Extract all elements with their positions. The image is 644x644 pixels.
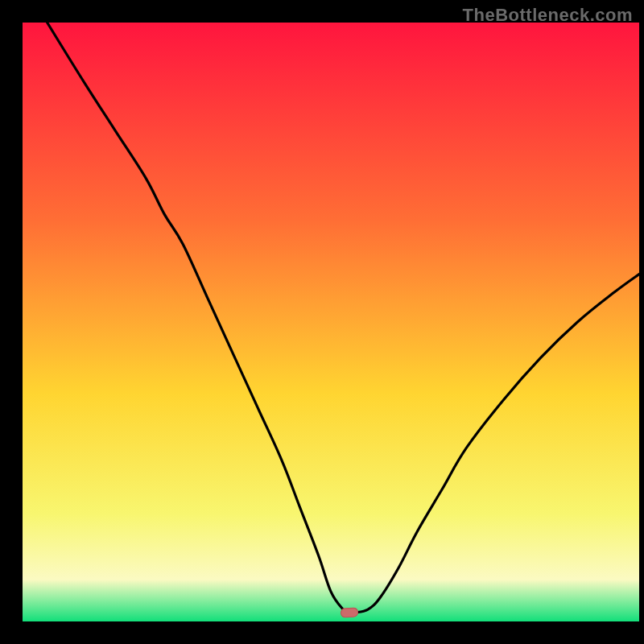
plot-area — [23, 23, 639, 621]
chart-stage: TheBottleneck.com — [0, 0, 644, 644]
gradient-background — [23, 23, 639, 621]
plot-svg — [23, 23, 639, 621]
